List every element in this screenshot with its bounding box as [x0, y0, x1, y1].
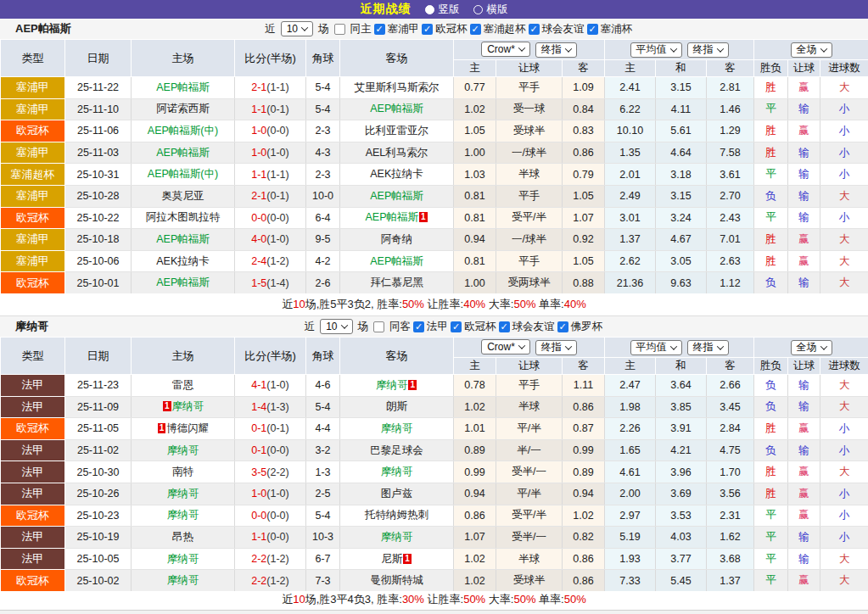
- team-name-link[interactable]: 朗斯: [386, 400, 407, 412]
- handicap-home-odds: 0.89: [454, 439, 496, 461]
- team-name-link[interactable]: 巴黎足球会: [370, 444, 423, 456]
- score-cell: 4-1(1-0): [235, 375, 306, 397]
- radio-selected-icon[interactable]: [425, 5, 434, 14]
- team-name-link[interactable]: 托特纳姆热刺: [365, 509, 428, 521]
- match-row: 欧冠杯25-10-01AEP帕福斯1-5(1-4)2-6拜仁慕尼黑1.00受两球…: [1, 272, 868, 293]
- team-name-link[interactable]: AEP帕福斯: [156, 147, 210, 159]
- layout-radio-horizontal[interactable]: 横版: [473, 3, 508, 17]
- team-name-link[interactable]: AEP帕福斯: [370, 103, 423, 114]
- handicap-line: 半球: [496, 164, 563, 186]
- league-checkbox[interactable]: ✓: [557, 321, 568, 332]
- recent-count-select[interactable]: 10: [281, 21, 313, 36]
- avg-away-odds: 4.75: [707, 439, 754, 461]
- home-team: 昂热: [132, 527, 235, 549]
- away-team: 托特纳姆热刺: [340, 505, 454, 527]
- recent-count-select[interactable]: 10: [320, 319, 352, 334]
- team-name-link[interactable]: 摩纳哥: [167, 574, 199, 586]
- handicap-line: 受一球: [496, 98, 563, 120]
- home-team: 阿诺索西斯: [132, 98, 235, 120]
- result-handicap: 输: [788, 207, 820, 229]
- league-checkbox[interactable]: ✓: [499, 321, 510, 332]
- team-name-link[interactable]: AEP帕福斯(中): [148, 168, 218, 180]
- league-type-cell: 塞浦甲: [1, 98, 65, 120]
- team-name-link[interactable]: AEK拉纳卡: [156, 255, 210, 267]
- team-name-link[interactable]: 雷恩: [172, 379, 193, 391]
- avg-home-odds: 1.93: [605, 548, 656, 570]
- avg-home-odds: 1.35: [605, 142, 656, 164]
- team-name-link[interactable]: AEP帕福斯: [156, 276, 210, 288]
- result-outcome: 胜: [754, 229, 788, 251]
- same-venue-checkbox[interactable]: [373, 321, 384, 332]
- avg-away-odds: 1.46: [707, 98, 754, 120]
- team-name-link[interactable]: 比利亚雷亚尔: [365, 125, 428, 137]
- team-name-link[interactable]: 拜仁慕尼黑: [370, 276, 423, 288]
- match-date: 25-11-22: [65, 77, 132, 99]
- fulltime-score: 2-2: [251, 553, 266, 565]
- team-name-link[interactable]: AEP帕福斯(中): [148, 125, 218, 137]
- team-name-link[interactable]: AEP帕福斯: [370, 190, 423, 202]
- team-name-link[interactable]: 昂热: [172, 531, 193, 543]
- handicap-line: 半球: [496, 548, 563, 570]
- result-handicap: 输: [788, 164, 820, 186]
- scope-select[interactable]: 全场: [791, 340, 832, 355]
- team-name-link[interactable]: AEP帕福斯: [370, 255, 423, 267]
- average-select[interactable]: 平均值: [630, 340, 682, 355]
- league-type-cell: 欧冠杯: [1, 418, 65, 440]
- team-name-link[interactable]: 阿拉木图凯拉特: [146, 211, 221, 223]
- team-name-link[interactable]: 尼斯: [381, 553, 402, 565]
- odds-time-select[interactable]: 终指: [535, 340, 577, 355]
- team-name-link[interactable]: AEK拉纳卡: [370, 168, 423, 180]
- team-name-link[interactable]: 摩纳哥: [167, 553, 199, 565]
- avg-draw-odds: 3.15: [656, 185, 707, 207]
- odds-time-select[interactable]: 终指: [535, 42, 577, 58]
- team-name-link[interactable]: 摩纳哥: [167, 509, 199, 521]
- team-name-link[interactable]: 艾里斯利马斯索尔: [355, 81, 440, 93]
- result-goals: 小: [820, 207, 868, 229]
- chevron-down-icon: [820, 343, 826, 349]
- bookmaker-select[interactable]: Crow*: [481, 42, 530, 57]
- league-checkbox[interactable]: ✓: [422, 24, 433, 35]
- layout-radio-vertical[interactable]: 竖版: [425, 3, 460, 17]
- team-name-link[interactable]: 阿奇纳: [381, 233, 413, 245]
- team-name-link[interactable]: 阿诺索西斯: [156, 103, 210, 114]
- team-name-link[interactable]: 摩纳哥: [172, 400, 204, 412]
- team-name-link[interactable]: 图卢兹: [381, 488, 413, 500]
- average-select[interactable]: 平均值: [630, 42, 682, 58]
- team-name-link[interactable]: 摩纳哥: [167, 444, 199, 456]
- odds-time-select[interactable]: 终指: [687, 340, 729, 355]
- team-name-link[interactable]: 摩纳哥: [381, 422, 413, 434]
- match-row: 法甲25-11-091摩纳哥1-4(1-3)5-4朗斯1.02半球0.861.9…: [1, 396, 868, 418]
- team-name-link[interactable]: 摩纳哥: [381, 466, 413, 477]
- team-name-link[interactable]: 曼彻斯特城: [370, 574, 423, 586]
- col-avg-away: 客: [707, 358, 754, 375]
- team-name-link[interactable]: AEP帕福斯: [365, 211, 418, 223]
- halftime-score: (1-0): [266, 379, 288, 391]
- same-venue-checkbox[interactable]: [334, 24, 345, 35]
- league-checkbox[interactable]: ✓: [451, 321, 462, 332]
- league-checkbox[interactable]: ✓: [470, 24, 481, 35]
- odds-time-select[interactable]: 终指: [687, 42, 729, 58]
- team-name-link[interactable]: 奥莫尼亚: [162, 190, 204, 202]
- bookmaker-select[interactable]: Crow*: [481, 339, 530, 354]
- team-name-link[interactable]: 摩纳哥: [376, 379, 408, 391]
- league-checkbox[interactable]: ✓: [529, 24, 540, 35]
- league-checkbox[interactable]: ✓: [587, 24, 598, 35]
- handicap-line: 受平/半: [496, 207, 563, 229]
- team-name-link[interactable]: 摩纳哥: [167, 488, 199, 500]
- team-name-link[interactable]: AEP帕福斯: [156, 233, 210, 245]
- halftime-score: (1-0): [266, 488, 288, 500]
- chevron-down-icon: [518, 45, 525, 52]
- result-handicap: 输: [788, 375, 820, 397]
- radio-unselected-icon[interactable]: [473, 5, 483, 14]
- corners: 10-0: [306, 185, 340, 207]
- avg-home-odds: 5.19: [605, 527, 656, 549]
- league-checkbox[interactable]: ✓: [374, 24, 385, 35]
- team-name-link[interactable]: 摩纳哥: [381, 531, 413, 543]
- scope-select[interactable]: 全场: [791, 42, 832, 58]
- team-name-link[interactable]: AEP帕福斯: [156, 81, 210, 93]
- league-checkbox[interactable]: ✓: [413, 321, 424, 332]
- team-name-link[interactable]: 博德闪耀: [166, 422, 209, 434]
- score-cell: 1-5(1-4): [235, 272, 306, 293]
- team-name-link[interactable]: AEL利马索尔: [366, 147, 428, 159]
- team-name-link[interactable]: 南特: [172, 466, 193, 477]
